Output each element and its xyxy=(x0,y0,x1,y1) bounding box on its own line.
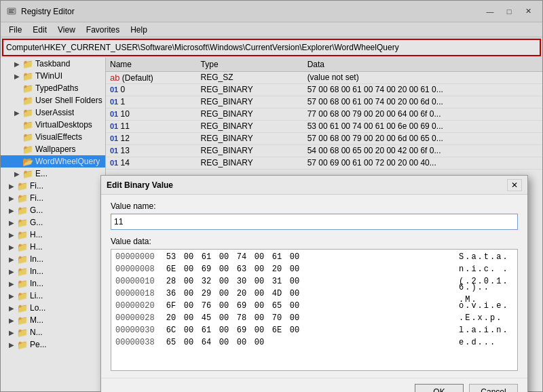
hex-byte: 65 xyxy=(270,300,284,312)
hex-byte: 6C xyxy=(164,324,178,336)
hex-byte: 6F xyxy=(164,300,178,312)
hex-byte: 30 xyxy=(235,275,248,288)
hex-byte: 20 xyxy=(235,288,248,300)
hex-address: 00000030 xyxy=(115,324,164,336)
hex-byte: 00 xyxy=(288,263,301,275)
hex-row[interactable]: 00000030 6C00610069006E00 l.a.i.n. xyxy=(113,324,516,336)
hex-byte: 00 xyxy=(288,312,301,324)
hex-row[interactable]: 00000038 650064000000 e.d... xyxy=(113,336,516,349)
hex-ascii: S.a.t.a. xyxy=(459,251,513,263)
hex-bytes: 2000450078007000 xyxy=(164,312,459,324)
hex-byte: 65 xyxy=(164,336,178,349)
hex-byte: 31 xyxy=(270,275,284,288)
dialog-close-button[interactable]: ✕ xyxy=(507,179,522,191)
hex-byte: 00 xyxy=(217,312,231,324)
hex-byte: 69 xyxy=(235,300,248,312)
hex-byte: 00 xyxy=(182,324,195,336)
hex-byte: 00 xyxy=(182,275,195,288)
hex-address: 00000010 xyxy=(115,275,164,288)
ok-button[interactable]: OK xyxy=(415,384,464,392)
hex-byte: 32 xyxy=(200,275,213,288)
hex-address: 00000020 xyxy=(115,300,164,312)
hex-bytes: 6C00610069006E00 xyxy=(164,324,459,336)
hex-byte: 00 xyxy=(182,300,195,312)
hex-byte: 00 xyxy=(217,275,231,288)
hex-byte: 00 xyxy=(288,275,301,288)
hex-ascii: o.v.i.e. xyxy=(459,300,513,312)
hex-byte xyxy=(288,336,301,349)
hex-ascii: e.d... xyxy=(459,336,513,349)
hex-byte xyxy=(270,336,284,349)
hex-byte: 00 xyxy=(217,324,231,336)
value-data-label: Value data: xyxy=(111,237,518,246)
hex-byte: 20 xyxy=(164,312,178,324)
hex-address: 00000000 xyxy=(115,251,164,263)
hex-ascii: .E.x.p. xyxy=(459,312,513,324)
hex-byte: 6E xyxy=(164,263,178,275)
hex-byte: 61 xyxy=(200,251,213,263)
hex-bytes: 5300610074006100 xyxy=(164,251,459,263)
hex-byte: 00 xyxy=(235,336,248,349)
hex-byte: 6E xyxy=(270,324,284,336)
hex-byte: 00 xyxy=(288,251,301,263)
hex-byte: 00 xyxy=(182,251,195,263)
dialog-body: Value name: Value data: 00000000 5300610… xyxy=(101,195,527,378)
hex-byte: 00 xyxy=(288,300,301,312)
hex-row[interactable]: 00000000 5300610074006100 S.a.t.a. xyxy=(113,251,516,263)
hex-byte: 00 xyxy=(217,288,231,300)
cancel-button[interactable]: Cancel xyxy=(469,384,518,392)
hex-byte: 53 xyxy=(164,251,178,263)
dialog-title-bar: Edit Binary Value ✕ xyxy=(101,176,527,195)
hex-byte: 4D xyxy=(270,288,284,300)
hex-byte: 00 xyxy=(252,263,266,275)
hex-byte: 00 xyxy=(182,288,195,300)
hex-byte: 74 xyxy=(235,251,248,263)
hex-byte: 00 xyxy=(252,336,266,349)
hex-byte: 00 xyxy=(252,312,266,324)
hex-byte: 00 xyxy=(288,324,301,336)
hex-ascii: l.a.i.n. xyxy=(459,324,513,336)
hex-address: 00000018 xyxy=(115,288,164,300)
hex-byte: 61 xyxy=(270,251,284,263)
value-name-input[interactable] xyxy=(111,214,518,230)
hex-byte: 78 xyxy=(235,312,248,324)
hex-byte: 00 xyxy=(252,324,266,336)
hex-row[interactable]: 00000010 2800320030003100 (.2.0.1. xyxy=(113,275,516,288)
hex-byte: 00 xyxy=(252,288,266,300)
hex-byte: 36 xyxy=(164,288,178,300)
hex-bytes: 6F00760069006500 xyxy=(164,300,459,312)
hex-byte: 00 xyxy=(252,275,266,288)
hex-byte: 00 xyxy=(182,336,195,349)
hex-byte: 69 xyxy=(235,324,248,336)
hex-byte: 63 xyxy=(235,263,248,275)
hex-bytes: 3600290020004D00 xyxy=(164,288,459,300)
hex-byte: 61 xyxy=(200,324,213,336)
hex-byte: 28 xyxy=(164,275,178,288)
hex-byte: 00 xyxy=(217,263,231,275)
hex-row[interactable]: 00000028 2000450078007000 .E.x.p. xyxy=(113,312,516,324)
hex-byte: 69 xyxy=(200,263,213,275)
hex-ascii: n.i.c. . xyxy=(459,263,513,275)
hex-byte: 00 xyxy=(288,288,301,300)
hex-address: 00000028 xyxy=(115,312,164,324)
hex-byte: 29 xyxy=(200,288,213,300)
hex-byte: 00 xyxy=(217,251,231,263)
hex-byte: 70 xyxy=(270,312,284,324)
hex-byte: 20 xyxy=(270,263,284,275)
hex-byte: 00 xyxy=(217,300,231,312)
hex-row[interactable]: 00000018 3600290020004D00 6.).. .M. xyxy=(113,288,516,300)
hex-bytes: 2800320030003100 xyxy=(164,275,459,288)
hex-row[interactable]: 00000008 6E00690063002000 n.i.c. . xyxy=(113,263,516,275)
hex-editor[interactable]: 00000000 5300610074006100 S.a.t.a. 00000… xyxy=(111,249,518,371)
dialog-footer: OK Cancel xyxy=(101,378,527,392)
hex-byte: 00 xyxy=(252,300,266,312)
hex-byte: 00 xyxy=(182,312,195,324)
dialog-overlay: Edit Binary Value ✕ Value name: Value da… xyxy=(0,0,543,392)
hex-byte: 00 xyxy=(252,251,266,263)
edit-binary-dialog: Edit Binary Value ✕ Value name: Value da… xyxy=(100,175,528,392)
hex-bytes: 6E00690063002000 xyxy=(164,263,459,275)
hex-byte: 64 xyxy=(200,336,213,349)
hex-row[interactable]: 00000020 6F00760069006500 o.v.i.e. xyxy=(113,300,516,312)
dialog-title: Edit Binary Value xyxy=(107,180,507,190)
hex-address: 00000038 xyxy=(115,336,164,349)
